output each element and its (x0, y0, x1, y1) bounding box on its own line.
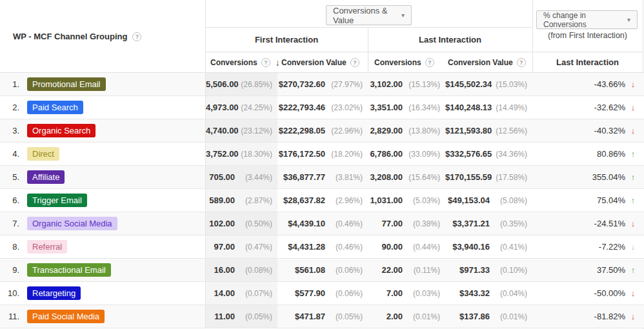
column-header-li-conversions[interactable]: Conversions ? (374, 52, 434, 73)
fi-conversions-value: 3,752.00 (206, 149, 239, 159)
percent-change-cell: 75.04% ↑ (532, 189, 644, 212)
column-header-label: Conversions (374, 58, 421, 67)
group-header-label: First Interaction (255, 35, 318, 45)
fi-conversions-percent: (2.87%) (235, 196, 272, 205)
channel-chip: Paid Social Media (27, 310, 105, 323)
li-conversions-percent: (16.34%) (403, 103, 440, 112)
channel-cell: 11. Paid Social Media (0, 305, 205, 328)
fi-conversions-value: 4,740.00 (206, 126, 239, 135)
li-conversion-value-cell: $332,576.65 (34.36%) (445, 143, 532, 165)
table-body: 1. Promotional Email 5,506.00 (26.85%) $… (0, 73, 644, 328)
li-conversion-value-cell: $49,153.04 (5.08%) (445, 189, 532, 212)
li-conversion-value: $343.32 (459, 288, 490, 298)
help-icon[interactable]: ? (132, 32, 141, 41)
percent-change-cell: 355.04% ↑ (532, 166, 644, 188)
channel-chip: Trigger Email (27, 194, 87, 207)
channel-chip: Referral (27, 240, 67, 254)
row-rank: 6. (0, 195, 19, 205)
li-conversions-value: 3,208.00 (370, 172, 403, 182)
row-rank: 2. (0, 103, 19, 112)
table-row: 7. Organic Social Media 102.00 (0.50%) $… (0, 212, 644, 235)
fi-conversions-value: 97.00 (214, 242, 235, 252)
table-row: 8. Referral 97.00 (0.47%) $4,431.28 (0.4… (0, 235, 644, 259)
li-conversions-cell: 2,829.00 (13.80%) (368, 119, 445, 142)
li-conversion-value: $137.86 (459, 312, 490, 321)
percent-change-value: -81.82% (594, 312, 625, 321)
fi-conversion-value: $36,877.77 (283, 172, 325, 182)
help-icon[interactable]: ? (425, 58, 434, 67)
row-rank: 9. (0, 265, 19, 275)
table-row: 1. Promotional Email 5,506.00 (26.85%) $… (0, 73, 644, 96)
li-conversions-value: 2,829.00 (370, 126, 403, 135)
row-rank: 3. (0, 126, 19, 135)
channel-cell: 1. Promotional Email (0, 73, 205, 95)
li-conversions-value: 3,351.00 (370, 103, 403, 112)
li-conversion-value: $49,153.04 (448, 195, 490, 205)
channel-cell: 5. Affiliate (0, 166, 205, 188)
percent-change-value: 37.50% (597, 265, 625, 275)
trend-arrow-icon: ↓ (630, 312, 636, 321)
table-row: 3. Organic Search 4,740.00 (23.12%) $222… (0, 119, 644, 143)
fi-conversion-value-cell: $561.08 (0.06%) (277, 259, 368, 281)
fi-conversions-value: 4,973.00 (206, 103, 239, 112)
li-conversion-value: $3,940.16 (452, 242, 490, 252)
help-icon[interactable]: ? (261, 58, 270, 67)
help-icon[interactable]: ? (517, 58, 526, 67)
column-header-li-conversion-value[interactable]: Conversion Value ? (448, 52, 526, 73)
channel-cell: 6. Trigger Email (0, 189, 205, 212)
change-metric-dropdown[interactable]: % change in Conversions ▾ (536, 10, 638, 29)
fi-conversions-value: 14.00 (214, 288, 235, 298)
chevron-down-icon: ▾ (401, 12, 405, 19)
li-conversion-value-percent: (0.10%) (490, 266, 527, 275)
li-conversions-cell: 7.00 (0.03%) (368, 282, 445, 304)
li-conversions-value: 1,031.00 (370, 195, 403, 205)
fi-conversions-value: 102.00 (209, 219, 235, 228)
fi-conversion-value: $270,732.60 (279, 79, 325, 89)
li-conversions-cell: 1,031.00 (5.03%) (368, 189, 445, 212)
li-conversions-percent: (0.44%) (403, 243, 440, 252)
li-conversion-value-cell: $3,371.21 (0.35%) (445, 212, 532, 235)
fi-conversions-cell: 5,506.00 (26.85%) (205, 73, 277, 95)
channel-cell: 2. Paid Search (0, 96, 205, 119)
channel-chip: Paid Search (27, 101, 83, 114)
trend-arrow-icon: ↓ (630, 103, 636, 112)
row-rank: 10. (0, 288, 19, 298)
chevron-down-icon: ▾ (627, 16, 630, 23)
li-conversion-value-percent: (14.49%) (492, 103, 527, 112)
trend-arrow-icon: ↓ (630, 79, 636, 89)
fi-conversions-cell: 16.00 (0.08%) (205, 259, 277, 281)
li-conversions-percent: (0.11%) (403, 266, 440, 275)
fi-conversion-value-cell: $222,298.05 (22.96%) (277, 119, 368, 142)
li-conversions-percent: (0.38%) (403, 219, 440, 228)
dimension-label: WP - MCF Channel Grouping (13, 32, 127, 41)
fi-conversions-value: 589.00 (209, 195, 235, 205)
percent-change-value: 80.86% (597, 149, 625, 159)
fi-conversions-cell: 11.00 (0.05%) (205, 305, 277, 328)
help-icon[interactable]: ? (350, 58, 359, 67)
percent-change-cell: -32.62% ↓ (532, 96, 644, 119)
fi-conversions-value: 16.00 (214, 265, 235, 275)
fi-conversion-value: $4,431.28 (288, 242, 325, 252)
fi-conversions-cell: 705.00 (3.44%) (205, 166, 277, 188)
fi-conversions-cell: 589.00 (2.87%) (205, 189, 277, 212)
table-row: 5. Affiliate 705.00 (3.44%) $36,877.77 (… (0, 166, 644, 189)
li-conversion-value-cell: $971.33 (0.10%) (445, 259, 532, 281)
fi-conversions-percent: (0.07%) (235, 289, 272, 298)
channel-cell: 9. Transactional Email (0, 259, 205, 281)
dimension-header: WP - MCF Channel Grouping ? (0, 0, 205, 73)
percent-change-value: 355.04% (592, 172, 625, 182)
sort-descending-icon[interactable]: ↓ (276, 57, 280, 68)
li-conversions-cell: 3,102.00 (15.13%) (368, 73, 445, 95)
percent-change-cell: -24.51% ↓ (532, 212, 644, 235)
column-header-fi-conversion-value[interactable]: Conversion Value ? (281, 52, 359, 73)
channel-chip: Transactional Email (27, 263, 111, 277)
fi-conversion-value-cell: $4,431.28 (0.46%) (277, 235, 368, 258)
fi-conversion-value-percent: (0.06%) (325, 289, 363, 298)
column-header-fi-conversions[interactable]: Conversions ? ↓ (210, 52, 280, 73)
row-rank: 5. (0, 172, 19, 182)
li-conversion-value-cell: $145,502.34 (15.03%) (445, 73, 532, 95)
column-header-label: Conversions (210, 58, 257, 67)
fi-conversion-value: $471.87 (295, 312, 325, 321)
fi-conversions-cell: 14.00 (0.07%) (205, 282, 277, 304)
metric-selector-dropdown[interactable]: Conversions & Value ▾ (326, 5, 412, 25)
